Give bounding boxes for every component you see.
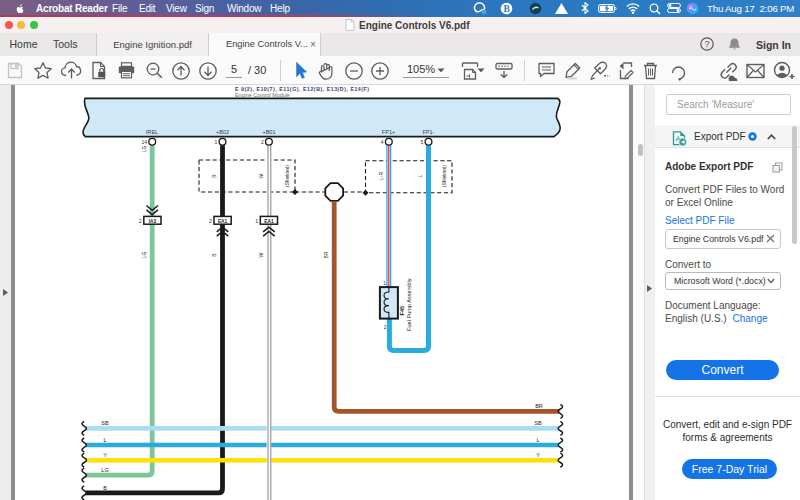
svg-text:(Shielded): (Shielded) <box>285 165 290 187</box>
svg-text:4: 4 <box>381 139 384 145</box>
svg-text:1: 1 <box>383 280 386 286</box>
svg-text:L-R: L-R <box>378 172 384 180</box>
svg-text:SB: SB <box>101 420 109 426</box>
svg-text:L: L <box>103 437 106 443</box>
svg-text:IREL: IREL <box>146 129 158 135</box>
svg-text:+B02: +B02 <box>216 129 229 135</box>
svg-text:W: W <box>258 173 264 178</box>
svg-text:FP1+: FP1+ <box>382 129 396 135</box>
svg-text:B: B <box>211 174 217 178</box>
svg-text:BR: BR <box>323 251 329 258</box>
svg-text:EA1: EA1 <box>264 219 274 224</box>
svg-text:2: 2 <box>139 218 142 224</box>
svg-text:IA3: IA3 <box>149 219 157 224</box>
svg-text:B: B <box>211 253 217 257</box>
svg-text:E 9(2), E10(7), E11(G), E12(B): E 9(2), E10(7), E11(G), E12(B), E13(D), … <box>235 86 370 92</box>
svg-text:W: W <box>258 252 264 257</box>
svg-text:2: 2 <box>261 139 264 145</box>
svg-text:1: 1 <box>215 139 218 145</box>
svg-text:F45: F45 <box>399 306 405 316</box>
svg-text:L: L <box>417 174 423 177</box>
svg-text:LG: LG <box>101 467 108 473</box>
svg-text:B: B <box>103 485 107 491</box>
svg-text:2: 2 <box>384 324 387 330</box>
svg-text:(Shielded): (Shielded) <box>442 165 447 187</box>
svg-text:+B01: +B01 <box>262 129 275 135</box>
svg-text:BR: BR <box>535 403 543 409</box>
svg-text:2: 2 <box>209 218 212 224</box>
svg-text:?: ? <box>704 39 709 49</box>
svg-text:Y: Y <box>536 452 540 458</box>
svg-text:5: 5 <box>421 139 424 145</box>
svg-text:FP1-: FP1- <box>422 129 434 135</box>
svg-text:SB: SB <box>534 420 542 426</box>
svg-text:LG: LG <box>141 146 147 153</box>
svg-text:Y: Y <box>103 452 107 458</box>
svg-text:Fuel Pump Assembly: Fuel Pump Assembly <box>406 278 412 331</box>
svg-text:L: L <box>536 437 539 443</box>
svg-text:EA1: EA1 <box>218 219 228 224</box>
svg-text:B: B <box>503 4 510 14</box>
svg-text:LG: LG <box>141 252 147 259</box>
svg-text:Engine Control Module: Engine Control Module <box>235 92 290 98</box>
svg-text:1: 1 <box>255 218 258 224</box>
svg-text:14: 14 <box>141 139 147 145</box>
